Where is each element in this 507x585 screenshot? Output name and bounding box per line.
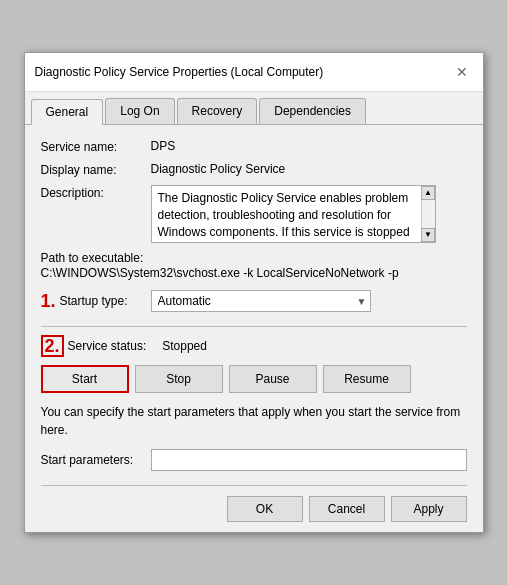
params-input[interactable] (151, 449, 467, 471)
status-label: Service status: (68, 339, 147, 353)
scrollbar[interactable]: ▲ ▼ (421, 186, 435, 242)
service-status-section: 2. Service status: Stopped Start Stop Pa… (41, 335, 467, 471)
path-label: Path to executable: (41, 251, 467, 265)
scroll-up-arrow[interactable]: ▲ (421, 186, 435, 200)
startup-type-select[interactable]: Automatic Manual Disabled (151, 290, 371, 312)
window-title: Diagnostic Policy Service Properties (Lo… (35, 65, 324, 79)
display-name-row: Display name: Diagnostic Policy Service (41, 162, 467, 177)
description-label: Description: (41, 185, 151, 200)
tab-content: Service name: DPS Display name: Diagnost… (25, 125, 483, 532)
description-row: Description: The Diagnostic Policy Servi… (41, 185, 467, 243)
divider-2 (41, 485, 467, 486)
startup-type-label: 1. Startup type: (41, 291, 151, 312)
tab-logon[interactable]: Log On (105, 98, 174, 124)
description-text: The Diagnostic Policy Service enables pr… (158, 190, 429, 240)
startup-label-text: Startup type: (60, 294, 128, 308)
path-row: Path to executable: C:\WINDOWS\System32\… (41, 251, 467, 280)
params-label: Start parameters: (41, 453, 151, 467)
startup-number: 1. (41, 291, 56, 312)
status-label-wrapper: 2. Service status: (41, 335, 163, 357)
close-button[interactable]: ✕ (451, 61, 473, 83)
service-buttons-row: Start Stop Pause Resume (41, 365, 467, 393)
status-value: Stopped (162, 339, 207, 353)
tab-general[interactable]: General (31, 99, 104, 125)
apply-button[interactable]: Apply (391, 496, 467, 522)
cancel-button[interactable]: Cancel (309, 496, 385, 522)
startup-type-row: 1. Startup type: Automatic Manual Disabl… (41, 290, 467, 312)
ok-button[interactable]: OK (227, 496, 303, 522)
service-name-row: Service name: DPS (41, 139, 467, 154)
service-name-label: Service name: (41, 139, 151, 154)
help-text: You can specify the start parameters tha… (41, 403, 467, 439)
properties-window: Diagnostic Policy Service Properties (Lo… (24, 52, 484, 533)
params-row: Start parameters: (41, 449, 467, 471)
tab-dependencies[interactable]: Dependencies (259, 98, 366, 124)
display-name-label: Display name: (41, 162, 151, 177)
display-name-value: Diagnostic Policy Service (151, 162, 286, 176)
tabs-bar: General Log On Recovery Dependencies (25, 92, 483, 125)
start-button[interactable]: Start (41, 365, 129, 393)
title-bar: Diagnostic Policy Service Properties (Lo… (25, 53, 483, 92)
scroll-down-arrow[interactable]: ▼ (421, 228, 435, 242)
status-number: 2. (41, 335, 64, 357)
divider-1 (41, 326, 467, 327)
tab-recovery[interactable]: Recovery (177, 98, 258, 124)
path-value: C:\WINDOWS\System32\svchost.exe -k Local… (41, 266, 467, 280)
resume-button[interactable]: Resume (323, 365, 411, 393)
startup-select-wrapper: Automatic Manual Disabled ▼ (151, 290, 371, 312)
description-box: The Diagnostic Policy Service enables pr… (151, 185, 436, 243)
stop-button[interactable]: Stop (135, 365, 223, 393)
pause-button[interactable]: Pause (229, 365, 317, 393)
action-buttons-row: OK Cancel Apply (41, 496, 467, 522)
service-name-value: DPS (151, 139, 176, 153)
status-row: 2. Service status: Stopped (41, 335, 467, 357)
